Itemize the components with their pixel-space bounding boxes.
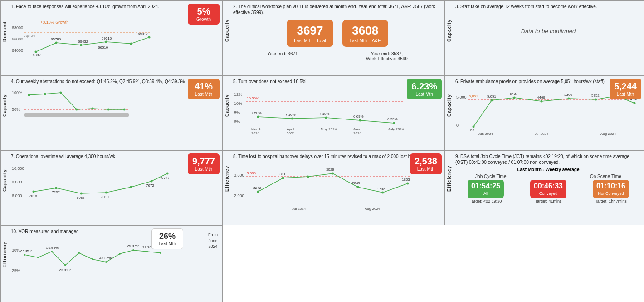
cell-6-badge-label: Last Mth [614, 92, 637, 97]
svg-point-60 [541, 100, 543, 103]
cell-9-box-nonconveyed: 01:10:16 NonConveyed [593, 180, 629, 198]
svg-point-57 [473, 126, 475, 128]
svg-text:6382: 6382 [33, 53, 41, 57]
cell-4-badge: 41% Last Mth [188, 79, 220, 99]
cell-5-content: 5. Turn-over does not exceed 10.5% 6.23%… [233, 79, 442, 148]
svg-point-120 [119, 253, 121, 255]
cell-10-content: 10. VOR measured and managed 26% Last Mt… [11, 228, 220, 300]
svg-text:3029: 3029 [326, 168, 334, 172]
cell-9-content: 9. DSA total Job Cycle Time (JCT) remain… [455, 153, 641, 223]
cell-9-target-2: Target: 41mins [530, 199, 566, 203]
svg-point-24 [60, 92, 62, 94]
svg-rect-21 [24, 113, 129, 117]
svg-text:7.10%: 7.10% [285, 113, 296, 117]
cell-10-badge: 26% Last Mth [151, 228, 183, 249]
svg-text:66000: 66000 [12, 37, 23, 41]
cell-5: Capacity 5. Turn-over does not exceed 10… [223, 75, 445, 150]
cell-7-badge-value: 9,777 [192, 156, 215, 167]
cell-9-box-nonconveyed-label: NonConveyed [598, 191, 624, 196]
cell-2: Capacity 2. The clinical workforce plan … [223, 0, 445, 75]
cell-4-svg: 100% 50% [11, 86, 161, 129]
svg-text:68000: 68000 [12, 25, 23, 30]
svg-point-10 [130, 43, 132, 45]
cell-7-badge: 9,777 Last Mth [188, 153, 220, 174]
svg-text:10.50%: 10.50% [247, 96, 259, 100]
cell-8-label: Efficiency [224, 184, 229, 192]
cell-3-content: 3. Staff take on average 12 weeks from s… [455, 4, 641, 73]
svg-text:7010: 7010 [101, 195, 109, 199]
svg-text:Aug 2024: Aug 2024 [365, 207, 381, 211]
svg-point-39 [393, 122, 395, 124]
cell-9-box-conveyed: 00:46:33 Conveyed [530, 180, 566, 198]
cell-9-title: 9. DSA total Job Cycle Time (JCT) remain… [455, 153, 641, 165]
svg-point-102 [407, 183, 409, 185]
cell-9-col3-label: On Scene Time [590, 174, 621, 179]
cell-7: Capacity 7. Operational overtime will av… [0, 150, 223, 225]
svg-point-22 [28, 94, 30, 96]
cell-3: Capacity 3. Staff take on average 12 wee… [445, 0, 644, 75]
svg-point-64 [634, 102, 636, 104]
svg-point-101 [382, 192, 384, 194]
cell-5-svg: 12% 10% 8% 6% 10.50% 7.50% 7.1 [233, 86, 410, 138]
cell-2-title: 2. The clinical workforce plan v0.11 is … [233, 4, 442, 15]
cell-9-box-conveyed-value: 00:46:33 [534, 182, 563, 190]
svg-point-61 [568, 98, 570, 100]
svg-point-79 [33, 191, 35, 193]
svg-point-115 [51, 251, 53, 252]
cell-1-badge-value: 5% [192, 6, 215, 17]
svg-point-82 [105, 192, 107, 194]
svg-text:5,051: 5,051 [487, 94, 497, 99]
svg-text:3391: 3391 [278, 172, 286, 176]
svg-point-27 [107, 109, 110, 111]
svg-point-6 [35, 51, 37, 53]
svg-point-122 [146, 251, 148, 252]
cell-9-boxes: 01:54:25 All 00:46:33 Conveyed 01:10:16 … [455, 180, 641, 198]
cell-2-sub2: Year end: 3587,Work Effective: 3599 [366, 51, 408, 61]
dashboard: Demand 1. Face-to-face responses will ex… [0, 0, 644, 302]
cell-9-box-all-label: All [483, 191, 488, 196]
svg-text:29.87%: 29.87% [127, 244, 139, 248]
cell-2-kpi2-value: 3608 [350, 24, 381, 38]
cell-10-chart: 30% 25% 27.05% 2 [11, 236, 220, 289]
cell-6: Capacity 6. Private ambulance provision … [445, 75, 644, 150]
cell-2-content: 2. The clinical workforce plan v0.11 is … [233, 4, 442, 73]
cell-6-label: Capacity [447, 109, 452, 117]
svg-text:6.69%: 6.69% [353, 114, 364, 119]
cell-5-badge: 6.23% Last Mth [407, 79, 442, 99]
svg-point-9 [105, 41, 107, 43]
cell-8-svg: 3,000 2,000 3,000 2242 3391 [233, 161, 410, 213]
cell-2-kpi1-label: Last Mth – Total [294, 38, 326, 43]
svg-text:50%: 50% [12, 107, 20, 112]
svg-text:Jun 2024: Jun 2024 [478, 132, 493, 136]
cell-1-badge-label: Growth [192, 17, 215, 22]
svg-text:65786: 65786 [51, 37, 61, 41]
svg-point-84 [151, 180, 153, 183]
svg-point-8 [80, 44, 83, 46]
cell-10-from-label: FromJune2024 [208, 232, 218, 249]
cell-9-box-conveyed-label: Conveyed [539, 191, 558, 196]
svg-text:July 2024: July 2024 [388, 127, 404, 131]
cell-3-label: Capacity [447, 35, 452, 42]
svg-point-100 [357, 186, 359, 188]
cell-1-badge: 5% Growth [188, 4, 220, 25]
svg-point-25 [76, 109, 78, 111]
svg-point-23 [44, 93, 46, 95]
cell-1-content: 1. Face-to-face responses will experienc… [11, 4, 220, 73]
svg-text:69432: 69432 [78, 40, 88, 44]
cell-2-label: Capacity [224, 35, 229, 42]
svg-point-83 [130, 186, 132, 188]
svg-text:6.23%: 6.23% [387, 117, 398, 121]
svg-text:6,000: 6,000 [12, 193, 22, 198]
svg-text:June: June [353, 127, 361, 131]
cell-10-label: Efficiency [2, 260, 7, 267]
svg-point-37 [325, 117, 327, 119]
svg-text:Jul 2024: Jul 2024 [292, 207, 306, 211]
svg-text:5352: 5352 [591, 94, 600, 98]
svg-text:2024: 2024 [353, 131, 361, 135]
cell-4: Capacity 4. Our weekly abstractions do n… [0, 75, 223, 150]
cell-8-badge-label: Last Mth [415, 167, 437, 172]
cell-2-kpi1-value: 3697 [294, 24, 326, 38]
svg-text:1702: 1702 [377, 187, 385, 191]
svg-text:6%: 6% [234, 119, 240, 124]
svg-point-11 [148, 36, 151, 39]
